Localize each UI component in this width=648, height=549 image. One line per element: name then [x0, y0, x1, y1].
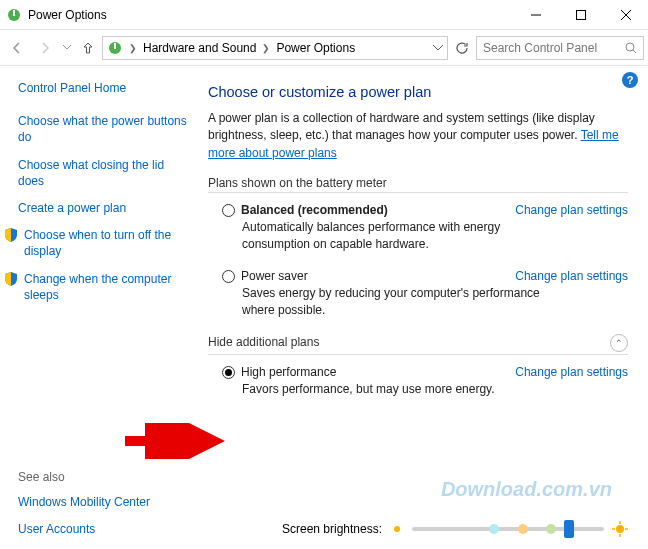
svg-point-8 — [626, 43, 634, 51]
plan-power-saver-desc: Saves energy by reducing your computer's… — [242, 285, 568, 319]
radio-high-performance[interactable] — [222, 366, 235, 379]
change-settings-high-performance[interactable]: Change plan settings — [515, 365, 628, 379]
search-placeholder: Search Control Panel — [483, 41, 597, 55]
svg-rect-3 — [576, 10, 585, 19]
page-description: A power plan is a collection of hardware… — [208, 110, 628, 162]
address-bar[interactable]: ❯ Hardware and Sound ❯ Power Options — [102, 36, 448, 60]
breadcrumb-2[interactable]: Power Options — [276, 41, 355, 55]
search-input[interactable]: Search Control Panel — [476, 36, 644, 60]
radio-power-saver[interactable] — [222, 270, 235, 283]
sidebar-link-accounts[interactable]: User Accounts — [18, 521, 190, 537]
svg-rect-1 — [13, 10, 15, 16]
radio-balanced[interactable] — [222, 204, 235, 217]
sun-bright-icon — [612, 521, 628, 537]
window-title: Power Options — [28, 8, 513, 22]
see-also-heading: See also — [18, 470, 190, 484]
brightness-slider[interactable] — [412, 527, 604, 531]
chevron-right-icon: ❯ — [129, 43, 137, 53]
sidebar-link-lid[interactable]: Choose what closing the lid does — [18, 157, 190, 189]
svg-point-12 — [616, 525, 624, 533]
plan-balanced-name[interactable]: Balanced (recommended) — [241, 203, 509, 217]
sidebar-link-sleep[interactable]: Change when the computer sleeps — [24, 271, 190, 303]
sidebar-home[interactable]: Control Panel Home — [18, 80, 190, 96]
brightness-label: Screen brightness: — [282, 522, 382, 536]
search-icon — [625, 42, 637, 54]
page-heading: Choose or customize a power plan — [208, 84, 628, 100]
svg-line-9 — [633, 50, 636, 53]
chevron-up-icon[interactable]: ⌃ — [610, 334, 628, 352]
sidebar-link-create-plan[interactable]: Create a power plan — [18, 200, 190, 216]
brightness-control: Screen brightness: — [282, 521, 628, 537]
main-panel: ? Choose or customize a power plan A pow… — [202, 66, 648, 549]
help-icon[interactable]: ? — [622, 72, 638, 88]
section-battery-plans: Plans shown on the battery meter — [208, 176, 628, 190]
close-button[interactable] — [603, 0, 648, 29]
nav-toolbar: ❯ Hardware and Sound ❯ Power Options Sea… — [0, 30, 648, 66]
chevron-down-icon[interactable] — [433, 45, 443, 51]
forward-button[interactable] — [32, 35, 58, 61]
plan-high-performance-desc: Favors performance, but may use more ene… — [242, 381, 568, 398]
titlebar: Power Options — [0, 0, 648, 30]
sidebar: Control Panel Home Choose what the power… — [0, 66, 202, 549]
chevron-right-icon: ❯ — [262, 43, 270, 53]
plan-balanced-desc: Automatically balances performance with … — [242, 219, 568, 253]
maximize-button[interactable] — [558, 0, 603, 29]
svg-point-11 — [394, 526, 400, 532]
sidebar-link-display-off[interactable]: Choose when to turn off the display — [24, 227, 190, 259]
plan-power-saver-name[interactable]: Power saver — [241, 269, 509, 283]
back-button[interactable] — [4, 35, 30, 61]
refresh-button[interactable] — [450, 36, 474, 60]
up-button[interactable] — [76, 36, 100, 60]
shield-icon — [4, 271, 18, 303]
breadcrumb-1[interactable]: Hardware and Sound — [143, 41, 256, 55]
app-icon — [0, 7, 28, 23]
minimize-button[interactable] — [513, 0, 558, 29]
svg-rect-7 — [114, 43, 116, 49]
plan-high-performance-name[interactable]: High performance — [241, 365, 509, 379]
sun-dim-icon — [390, 522, 404, 536]
sidebar-link-mobility[interactable]: Windows Mobility Center — [18, 494, 190, 510]
shield-icon — [4, 227, 18, 259]
change-settings-power-saver[interactable]: Change plan settings — [515, 269, 628, 283]
sidebar-link-power-buttons[interactable]: Choose what the power buttons do — [18, 113, 190, 145]
change-settings-balanced[interactable]: Change plan settings — [515, 203, 628, 217]
power-icon — [107, 40, 123, 56]
slider-thumb[interactable] — [564, 520, 574, 538]
history-dropdown[interactable] — [60, 35, 74, 61]
hide-plans-toggle[interactable]: Hide additional plans — [208, 335, 319, 349]
